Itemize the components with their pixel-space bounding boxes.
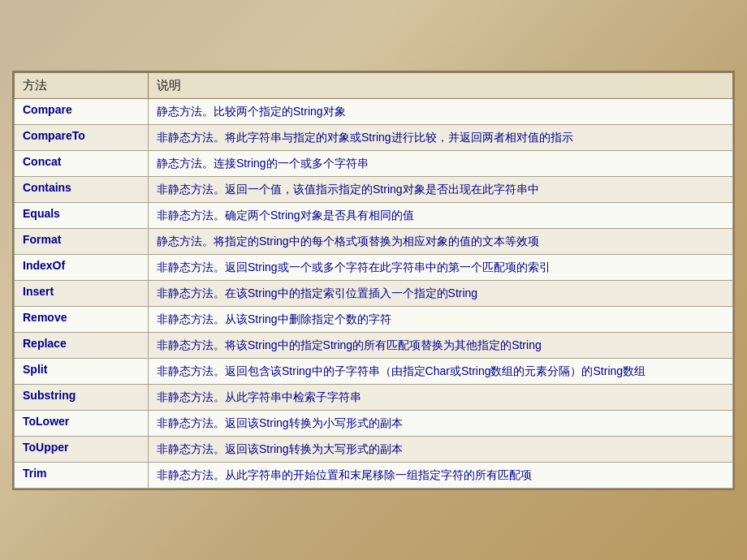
table-row: Insert非静态方法。在该String中的指定索引位置插入一个指定的Strin… <box>15 280 733 306</box>
method-cell: Format <box>15 228 149 254</box>
table-row: Split非静态方法。返回包含该String中的子字符串（由指定Char或Str… <box>15 358 733 384</box>
table-row: Remove非静态方法。从该String中删除指定个数的字符 <box>15 306 733 332</box>
description-cell: 非静态方法。从该String中删除指定个数的字符 <box>149 306 733 332</box>
description-cell: 静态方法。比较两个指定的String对象 <box>149 98 733 124</box>
description-cell: 非静态方法。从此字符串中检索子字符串 <box>149 384 733 410</box>
method-column-header: 方法 <box>15 72 149 98</box>
table-row: ToLower非静态方法。返回该String转换为小写形式的副本 <box>15 410 733 436</box>
description-cell: 非静态方法。返回该String转换为大写形式的副本 <box>149 436 733 462</box>
table-row: ToUpper非静态方法。返回该String转换为大写形式的副本 <box>15 436 733 462</box>
description-cell: 非静态方法。在该String中的指定索引位置插入一个指定的String <box>149 280 733 306</box>
method-cell: Remove <box>15 306 149 332</box>
table-row: Trim非静态方法。从此字符串的开始位置和末尾移除一组指定字符的所有匹配项 <box>15 462 733 488</box>
method-cell: Split <box>15 358 149 384</box>
table-row: Format静态方法。将指定的String中的每个格式项替换为相应对象的值的文本… <box>15 228 733 254</box>
table-row: Replace非静态方法。将该String中的指定String的所有匹配项替换为… <box>15 332 733 358</box>
method-cell: Insert <box>15 280 149 306</box>
method-cell: Substring <box>15 384 149 410</box>
method-cell: Replace <box>15 332 149 358</box>
method-cell: IndexOf <box>15 254 149 280</box>
table-row: Compare静态方法。比较两个指定的String对象 <box>15 98 733 124</box>
description-column-header: 说明 <box>149 72 733 98</box>
table-row: CompareTo非静态方法。将此字符串与指定的对象或String进行比较，并返… <box>15 124 733 150</box>
method-cell: Contains <box>15 176 149 202</box>
string-methods-table: 方法 说明 Compare静态方法。比较两个指定的String对象Compare… <box>12 71 735 490</box>
description-cell: 非静态方法。从此字符串的开始位置和末尾移除一组指定字符的所有匹配项 <box>149 462 733 488</box>
method-cell: Concat <box>15 150 149 176</box>
table-row: Substring非静态方法。从此字符串中检索子字符串 <box>15 384 733 410</box>
table-row: Concat静态方法。连接String的一个或多个字符串 <box>15 150 733 176</box>
table-row: IndexOf非静态方法。返回String或一个或多个字符在此字符串中的第一个匹… <box>15 254 733 280</box>
method-cell: ToLower <box>15 410 149 436</box>
description-cell: 非静态方法。将此字符串与指定的对象或String进行比较，并返回两者相对值的指示 <box>149 124 733 150</box>
description-cell: 非静态方法。返回一个值，该值指示指定的String对象是否出现在此字符串中 <box>149 176 733 202</box>
table-header-row: 方法 说明 <box>15 72 733 98</box>
method-cell: Equals <box>15 202 149 228</box>
description-cell: 非静态方法。返回String或一个或多个字符在此字符串中的第一个匹配项的索引 <box>149 254 733 280</box>
method-cell: Trim <box>15 462 149 488</box>
method-cell: Compare <box>15 98 149 124</box>
description-cell: 静态方法。将指定的String中的每个格式项替换为相应对象的值的文本等效项 <box>149 228 733 254</box>
method-cell: ToUpper <box>15 436 149 462</box>
method-cell: CompareTo <box>15 124 149 150</box>
description-cell: 非静态方法。确定两个String对象是否具有相同的值 <box>149 202 733 228</box>
description-cell: 非静态方法。返回该String转换为小写形式的副本 <box>149 410 733 436</box>
description-cell: 静态方法。连接String的一个或多个字符串 <box>149 150 733 176</box>
description-cell: 非静态方法。将该String中的指定String的所有匹配项替换为其他指定的St… <box>149 332 733 358</box>
table-row: Contains非静态方法。返回一个值，该值指示指定的String对象是否出现在… <box>15 176 733 202</box>
table-row: Equals非静态方法。确定两个String对象是否具有相同的值 <box>15 202 733 228</box>
description-cell: 非静态方法。返回包含该String中的子字符串（由指定Char或String数组… <box>149 358 733 384</box>
